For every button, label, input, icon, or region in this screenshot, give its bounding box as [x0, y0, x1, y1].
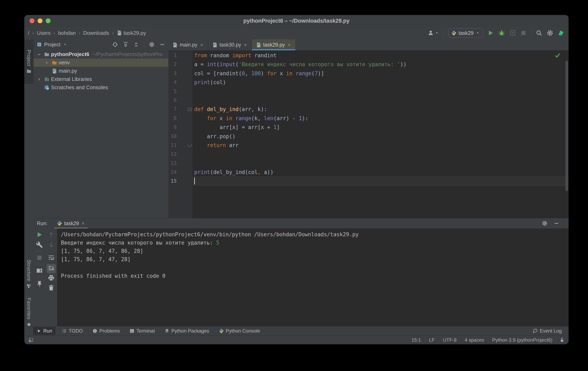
search-everywhere-button[interactable]: [536, 30, 542, 36]
minimize-window-button[interactable]: [38, 18, 42, 23]
gutter-line-number[interactable]: 8: [168, 114, 192, 123]
gutter-line-number[interactable]: 9: [168, 123, 192, 132]
tool-window-button-python-packages[interactable]: Python Packages: [161, 327, 212, 335]
fold-marker-icon[interactable]: [188, 108, 192, 111]
event-log-button[interactable]: Event Log: [533, 328, 568, 334]
editor-tab-task29-py[interactable]: task29.py: [252, 39, 296, 50]
chevron-down-icon[interactable]: [36, 52, 42, 57]
breadcrumb-bohdan[interactable]: bohdan: [58, 30, 76, 36]
gutter-line-number[interactable]: 13: [168, 159, 192, 168]
code-line-7[interactable]: 7def del_by_ind(arr, k):: [168, 105, 568, 114]
clear-all-button[interactable]: [48, 284, 55, 291]
tool-window-button-run[interactable]: Run: [33, 327, 55, 335]
code-line-9[interactable]: 9 arr[x] = arr[x + 1]: [168, 123, 568, 132]
tool-window-button-problems[interactable]: Problems: [89, 327, 123, 335]
debug-button[interactable]: [498, 30, 505, 36]
inspections-ok-icon[interactable]: [554, 52, 561, 59]
fold-marker-icon[interactable]: [188, 144, 192, 146]
close-icon[interactable]: [243, 43, 248, 47]
editor-body[interactable]: 1from random import randint2a = int(inpu…: [168, 51, 568, 218]
code-line-13[interactable]: 13: [168, 159, 568, 168]
unlock-icon[interactable]: [559, 337, 565, 343]
run-tab[interactable]: task29: [54, 218, 88, 228]
tool-window-toggle-icon[interactable]: [28, 337, 34, 343]
gutter-line-number[interactable]: 3: [168, 69, 192, 78]
run-console-output[interactable]: /Users/bohdan/PycharmProjects/pythonProj…: [57, 228, 568, 326]
chevron-down-icon[interactable]: [63, 42, 67, 47]
breadcrumb-users[interactable]: Users: [37, 30, 51, 36]
rerun-button[interactable]: [36, 231, 43, 238]
code-line-8[interactable]: 8 for x in range(k, len(arr) - 1):: [168, 114, 568, 123]
tool-window-button-terminal[interactable]: Terminal: [126, 327, 158, 335]
run-button[interactable]: [487, 30, 494, 36]
code-line-5[interactable]: 5: [168, 87, 568, 96]
code-line-15[interactable]: 15: [168, 177, 568, 186]
code-area[interactable]: 1from random import randint2a = int(inpu…: [168, 51, 568, 186]
code-line-11[interactable]: 11 return arr: [168, 141, 568, 150]
code-line-12[interactable]: 12: [168, 150, 568, 159]
project-panel-title[interactable]: Project: [44, 41, 61, 48]
status-widget-python-3-9-pythonproject6[interactable]: Python 3.9 (pythonProject6): [492, 337, 552, 343]
scroll-to-end-button[interactable]: [47, 264, 56, 273]
tree-item-main-py[interactable]: main.py: [34, 67, 168, 75]
gutter-line-number[interactable]: 15: [168, 177, 192, 186]
gutter-line-number[interactable]: 2: [168, 60, 192, 69]
tree-item-external-libraries[interactable]: External Libraries: [34, 75, 168, 83]
code-line-3[interactable]: 3col = [randint(0, 100) for x in range(7…: [168, 69, 568, 78]
pin-tab-button[interactable]: [36, 281, 43, 288]
gear-icon[interactable]: [542, 220, 547, 226]
gutter-line-number[interactable]: 12: [168, 150, 192, 159]
user-menu-button[interactable]: [428, 30, 439, 36]
code-line-2[interactable]: 2a = int(input('Введите индекс числа кот…: [168, 60, 568, 69]
zoom-window-button[interactable]: [46, 18, 51, 23]
code-line-14[interactable]: 14print(del_by_ind(col, a)): [168, 168, 568, 177]
locate-file-icon[interactable]: [112, 42, 118, 47]
hide-panel-icon[interactable]: [554, 220, 559, 226]
status-widget-4-spaces[interactable]: 4 spaces: [465, 337, 484, 343]
hide-panel-icon[interactable]: [159, 42, 165, 47]
editor-tab-task30-py[interactable]: task30.py: [208, 39, 252, 50]
breadcrumb-task29-py[interactable]: task29.py: [117, 30, 146, 36]
close-window-button[interactable]: [30, 18, 34, 23]
tree-item-scratches-and-consoles[interactable]: Scratches and Consoles: [34, 83, 168, 92]
collapse-all-icon[interactable]: [133, 42, 139, 47]
chevron-right-icon[interactable]: [43, 60, 50, 65]
status-widget-lf[interactable]: LF: [429, 337, 435, 343]
gutter-line-number[interactable]: 6: [168, 96, 192, 105]
gutter-line-number[interactable]: 4: [168, 78, 192, 87]
gutter-line-number[interactable]: 5: [168, 87, 192, 96]
gutter-line-number[interactable]: 14: [168, 168, 192, 177]
close-icon[interactable]: [200, 43, 204, 47]
tool-stripe-project[interactable]: Project: [24, 40, 34, 84]
status-widget-15-1[interactable]: 15:1: [411, 337, 421, 343]
soft-wrap-button[interactable]: [48, 254, 55, 261]
tool-stripe-structure[interactable]: Structure: [24, 260, 34, 289]
breadcrumb-downloads[interactable]: Downloads: [83, 30, 109, 36]
status-widget-utf-8[interactable]: UTF-8: [443, 337, 456, 343]
code-line-4[interactable]: 4print(col): [168, 78, 568, 87]
edit-configuration-icon[interactable]: [36, 241, 43, 248]
restore-layout-button[interactable]: [36, 267, 43, 274]
jetbrains-icon[interactable]: [558, 30, 564, 36]
print-button[interactable]: [48, 275, 55, 281]
tool-window-button-python-console[interactable]: Python Console: [216, 327, 263, 335]
editor-scrollbar[interactable]: [566, 61, 568, 191]
chevron-right-icon[interactable]: [36, 77, 42, 82]
close-icon[interactable]: [81, 221, 85, 226]
tree-item-venv[interactable]: venv: [34, 59, 168, 67]
gutter-line-number[interactable]: 1: [168, 51, 192, 60]
run-configuration-select[interactable]: task29: [448, 28, 483, 38]
titlebar[interactable]: pythonProject6 – ~/Downloads/task29.py: [24, 15, 568, 27]
code-line-1[interactable]: 1from random import randint: [168, 51, 568, 60]
settings-button[interactable]: [547, 30, 553, 36]
tool-window-button-todo[interactable]: TODO: [59, 327, 86, 335]
code-line-6[interactable]: 6: [168, 96, 568, 105]
close-icon[interactable]: [287, 43, 291, 47]
tool-stripe-favorites[interactable]: Favorites: [24, 298, 34, 327]
gear-icon[interactable]: [149, 42, 155, 47]
expand-all-icon[interactable]: [123, 42, 128, 47]
tree-item-pythonproject6[interactable]: pythonProject6~/PycharmProjects/pythonPr…: [34, 50, 168, 59]
breadcrumb-[interactable]: /: [28, 30, 29, 36]
editor-tab-main-py[interactable]: main.py: [168, 39, 208, 50]
gutter-line-number[interactable]: 10: [168, 132, 192, 141]
